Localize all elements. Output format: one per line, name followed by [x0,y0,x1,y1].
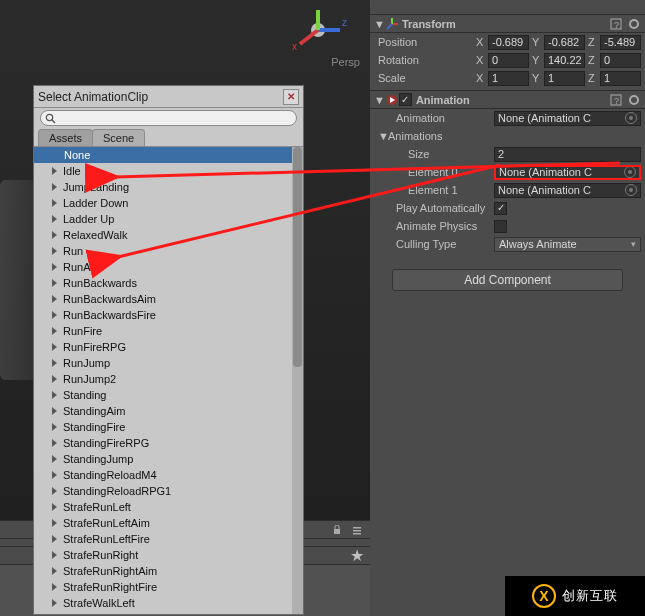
rotation-y-field[interactable]: 140.22 [544,53,585,68]
scrollbar-thumb[interactable] [293,147,302,367]
list-item[interactable]: StandingFire [34,419,303,435]
svg-point-16 [633,22,636,25]
list-item-label: StrafeRunRightAim [63,565,157,577]
list-item[interactable]: StrafeRunLeft [34,499,303,515]
object-picker-icon[interactable] [625,184,637,196]
close-button[interactable]: ✕ [283,89,299,105]
list-item[interactable]: Run [34,243,303,259]
list-item-label: StrafeRunLeftFire [63,533,150,545]
svg-text:?: ? [614,96,619,106]
transform-title: Transform [402,18,609,30]
list-item[interactable]: RunJump [34,355,303,371]
animation-object-field[interactable]: None (Animation C [494,111,641,126]
list-item[interactable]: StandingJump [34,451,303,467]
svg-line-3 [300,30,318,44]
list-item[interactable]: Standing [34,387,303,403]
svg-point-22 [633,98,636,101]
search-input[interactable] [40,110,297,126]
list-item[interactable]: StrafeRunLeftAim [34,515,303,531]
play-icon [52,375,57,383]
scale-y-field[interactable]: 1 [544,71,585,86]
list-item[interactable]: JumpLanding [34,179,303,195]
element1-label: Element 1 [378,184,494,196]
list-item[interactable]: StandingReloadM4 [34,467,303,483]
element1-object-field[interactable]: None (Animation C [494,183,641,198]
scale-x-field[interactable]: 1 [488,71,529,86]
list-item[interactable]: StrafeRunRightAim [34,563,303,579]
list-item[interactable]: Ladder Down [34,195,303,211]
play-icon [52,295,57,303]
list-item-label: StandingFire [63,421,125,433]
list-item[interactable]: RunJump2 [34,371,303,387]
help-icon[interactable]: ? [609,93,623,107]
scrollbar[interactable] [292,147,303,614]
help-icon[interactable]: ? [609,17,623,31]
lock-icon[interactable] [330,523,344,537]
rotation-x-field[interactable]: 0 [488,53,529,68]
list-item[interactable]: RunBackwards [34,275,303,291]
animation-header[interactable]: ▼ ✓ Animation ? [370,90,645,109]
culling-dropdown[interactable]: Always Animate ▾ [494,237,641,252]
element0-label: Element 0 [378,166,494,178]
foldout-icon[interactable]: ▼ [374,94,385,106]
position-x-field[interactable]: -0.689 [488,35,529,50]
foldout-icon[interactable]: ▼ [378,130,388,142]
list-item[interactable]: StrafeRunLeftFire [34,531,303,547]
transform-header[interactable]: ▼ Transform ? [370,14,645,33]
list-item[interactable]: RunBackwardsFire [34,307,303,323]
inspector-panel: ▼ Transform ? Position X -0.689 Y -0.682… [370,0,645,616]
picker-list[interactable]: None IdleJumpLandingLadder DownLadder Up… [34,146,303,614]
play-icon [52,423,57,431]
y-label: Y [532,36,544,48]
list-item[interactable]: StrafeRunRightFire [34,579,303,595]
list-item[interactable]: StandingAim [34,403,303,419]
element0-object-field[interactable]: None (Animation C [494,165,641,180]
list-item-label: StrafeRunLeft [63,501,131,513]
svg-point-23 [46,114,52,120]
position-y-field[interactable]: -0.682 [544,35,585,50]
play-icon [52,567,57,575]
gear-icon[interactable] [627,17,641,31]
tab-assets[interactable]: Assets [38,129,93,146]
list-item[interactable]: StrafeRunRight [34,547,303,563]
animation-clip-picker: Select AnimationClip ✕ Assets Scene None… [33,85,304,615]
favorite-icon[interactable]: ★ [350,549,364,563]
list-item[interactable]: StrafeWalkLeft [34,595,303,611]
list-item-label: StrafeWalkLeft [63,597,135,609]
picker-titlebar[interactable]: Select AnimationClip ✕ [34,86,303,108]
menu-icon[interactable] [350,523,364,537]
play-auto-checkbox[interactable]: ✓ [494,202,507,215]
object-picker-icon[interactable] [624,166,636,178]
x-label: X [476,36,488,48]
play-icon [52,519,57,527]
list-item-label: StrafeRunLeftAim [63,517,150,529]
list-item-none[interactable]: None [34,147,303,163]
list-item[interactable]: RunFire [34,323,303,339]
chevron-down-icon: ▾ [631,239,636,249]
svg-rect-8 [353,530,361,532]
gear-icon[interactable] [627,93,641,107]
list-item[interactable]: RelaxedWalk [34,227,303,243]
list-item-label: RunJump [63,357,110,369]
size-field[interactable]: 2 [494,147,641,162]
list-item[interactable]: RunAim [34,259,303,275]
list-item[interactable]: RunFireRPG [34,339,303,355]
list-item[interactable]: RunBackwardsAim [34,291,303,307]
tab-scene[interactable]: Scene [92,129,145,146]
orientation-gizmo[interactable]: z x Persp [290,4,350,54]
object-picker-icon[interactable] [625,112,637,124]
list-item[interactable]: Idle [34,163,303,179]
list-item[interactable]: StandingReloadRPG1 [34,483,303,499]
scale-z-field[interactable]: 1 [600,71,641,86]
animate-physics-checkbox[interactable] [494,220,507,233]
projection-label[interactable]: Persp [331,56,360,68]
list-item[interactable]: StandingFireRPG [34,435,303,451]
position-z-field[interactable]: -5.489 [600,35,641,50]
picker-title: Select AnimationClip [38,90,283,104]
add-component-button[interactable]: Add Component [392,269,623,291]
rotation-z-field[interactable]: 0 [600,53,641,68]
foldout-icon[interactable]: ▼ [374,18,385,30]
animation-enable-checkbox[interactable]: ✓ [399,93,412,106]
svg-rect-9 [353,533,361,535]
list-item[interactable]: Ladder Up [34,211,303,227]
